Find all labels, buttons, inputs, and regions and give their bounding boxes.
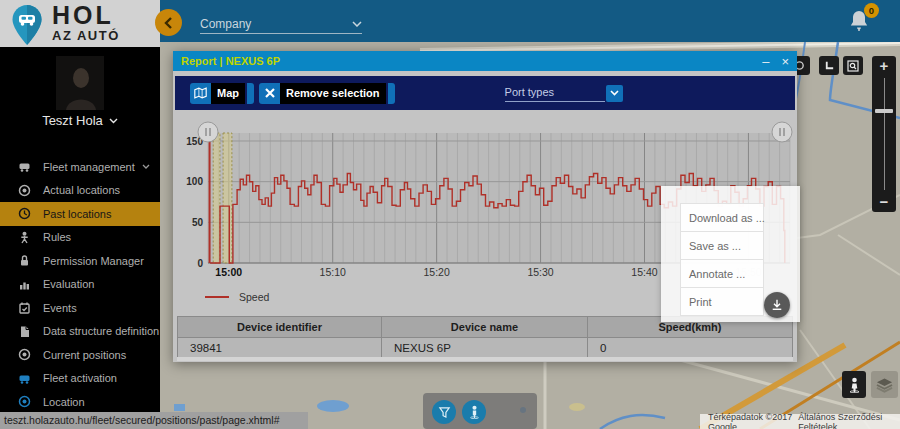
map-icon [190, 83, 211, 104]
target-icon [17, 394, 32, 409]
funnel-icon [438, 406, 451, 419]
document-icon [17, 324, 32, 339]
brand-line1: HOL [52, 3, 120, 28]
avatar [56, 56, 104, 110]
lock-icon [17, 253, 32, 268]
sidebar-item-label: Evaluation [43, 278, 94, 290]
menu-item-annotate[interactable]: Annotate ... [681, 260, 763, 288]
table-scroll-strip[interactable] [177, 357, 793, 361]
table-row[interactable]: 39841 NEXUS 6P 0 [178, 337, 792, 357]
minimize-button[interactable]: – [762, 55, 769, 68]
measure-distance-button[interactable] [819, 56, 839, 75]
sidebar-item-label: Data structure definition [43, 325, 159, 337]
status-url: teszt.holazauto.hu/fleet/secured/positio… [0, 412, 308, 429]
brand-pin-logo [9, 4, 45, 46]
menu-item-download-as[interactable]: Download as ... [681, 204, 763, 232]
menu-item-print[interactable]: Print [681, 288, 763, 315]
zoom-out-button[interactable]: − [872, 193, 896, 211]
street-view-pegman-button[interactable] [842, 371, 866, 398]
chevron-down-icon [606, 85, 623, 102]
device-identifier-cell: 39841 [178, 337, 382, 357]
brand-line2: AZ AUTÓ [52, 29, 120, 42]
sidebar-item-location[interactable]: Location [0, 390, 160, 414]
pegman-icon [468, 405, 481, 419]
remove-selection-button[interactable]: Remove selection [259, 83, 395, 104]
zoom-in-button[interactable]: + [872, 57, 896, 75]
map-area [569, 403, 585, 411]
port-types-label: Port types [505, 86, 605, 102]
sidebar-item-fleet-activation[interactable]: Fleet activation [0, 367, 160, 391]
report-toolbar: Map Remove selection Port types [175, 76, 795, 110]
sidebar-item-label: Current positions [43, 349, 126, 361]
chevron-down-icon [142, 164, 150, 169]
chevron-down-icon [109, 118, 118, 124]
sidebar-item-label: Permission Manager [43, 255, 144, 267]
close-button[interactable]: × [781, 55, 789, 68]
sidebar-item-label: Fleet management [43, 161, 135, 173]
map-road [420, 43, 900, 51]
calendar-check-icon [17, 300, 32, 315]
sidebar-item-fleet-management[interactable]: Fleet management [0, 155, 160, 179]
chart-range-handle[interactable] [772, 122, 792, 142]
chart-range-handle[interactable] [198, 122, 218, 142]
zoom-slider-thumb[interactable] [875, 109, 893, 113]
button-cap [388, 83, 395, 104]
filter-button[interactable] [432, 400, 456, 424]
sidebar-item-current-positions[interactable]: Current positions [0, 343, 160, 367]
terms-link[interactable]: Általános Szerződési Feltételek [798, 412, 896, 429]
map-copyright-text: Térképadatok ©2017 Google [708, 412, 798, 429]
remove-selection-label: Remove selection [280, 83, 386, 104]
speed-cell: 0 [588, 337, 792, 357]
map-zoom-control: + − [872, 56, 896, 212]
sidebar-item-label: Rules [43, 231, 71, 243]
map-river [600, 415, 665, 429]
chevron-down-icon [352, 21, 362, 27]
sidebar-nav: Fleet management Actual locations Past l… [0, 155, 160, 414]
zoom-box-button[interactable] [843, 56, 863, 75]
sidebar-item-rules[interactable]: Rules [0, 226, 160, 250]
company-select[interactable]: Company [200, 15, 362, 34]
car-icon [17, 159, 32, 174]
sidebar-item-actual-locations[interactable]: Actual locations [0, 179, 160, 203]
target-icon [17, 183, 32, 198]
sidebar-collapse-button[interactable] [155, 9, 182, 36]
download-icon [771, 299, 783, 311]
menu-item-save-as[interactable]: Save as ... [681, 232, 763, 260]
zoom-slider-track[interactable] [884, 78, 885, 190]
port-types-select[interactable]: Port types [505, 85, 623, 102]
sidebar-item-data-structure-definition[interactable]: Data structure definition [0, 320, 160, 344]
person-icon [17, 230, 32, 245]
sidebar: Teszt Hola Fleet management Actual locat… [0, 47, 160, 412]
user-menu[interactable]: Teszt Hola [0, 113, 160, 128]
export-menu-panel: Download as ... Save as ... Annotate ...… [661, 186, 800, 322]
notification-badge: 0 [864, 3, 879, 18]
sidebar-item-events[interactable]: Events [0, 296, 160, 320]
map-lake [174, 404, 185, 411]
app-screen: + − Térképadatok ©2017 Google Általános … [0, 0, 900, 429]
x-icon [259, 83, 280, 104]
map-button-label: Map [211, 83, 245, 104]
sidebar-item-label: Actual locations [43, 184, 120, 196]
map-road [838, 235, 900, 275]
device-name-cell: NEXUS 6P [382, 337, 588, 357]
target-icon [17, 347, 32, 362]
map-layers-button[interactable] [871, 371, 898, 398]
sidebar-item-label: Location [43, 396, 85, 408]
chevron-left-icon [164, 17, 173, 29]
column-header: Device identifier [178, 317, 382, 337]
map-lake [317, 400, 349, 412]
company-select-label: Company [200, 17, 251, 31]
sidebar-item-label: Events [43, 302, 77, 314]
map-button[interactable]: Map [190, 83, 254, 104]
sidebar-item-label: Fleet activation [43, 372, 117, 384]
bar-chart-icon [17, 277, 32, 292]
pegman-button[interactable] [462, 400, 486, 424]
sidebar-item-past-locations[interactable]: Past locations [0, 202, 160, 226]
brand-header: HOL AZ AUTÓ [0, 0, 160, 47]
user-name: Teszt Hola [42, 113, 103, 128]
export-download-button[interactable] [764, 292, 790, 318]
sidebar-item-evaluation[interactable]: Evaluation [0, 273, 160, 297]
car-icon [17, 371, 32, 386]
modal-title-bar: Report | NEXUS 6P – × [173, 51, 797, 71]
sidebar-item-permission-manager[interactable]: Permission Manager [0, 249, 160, 273]
